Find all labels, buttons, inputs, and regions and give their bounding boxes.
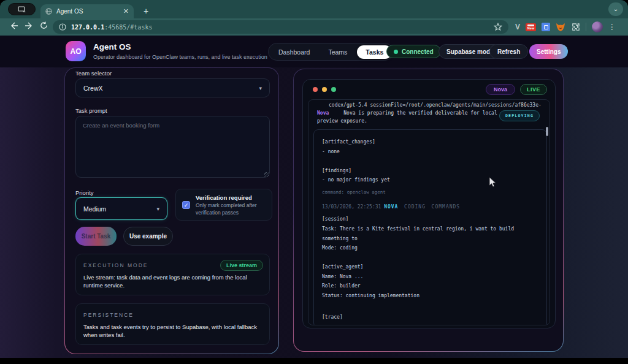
bottom-black-strip (0, 358, 628, 364)
tab-close-icon[interactable]: ✕ (123, 8, 129, 15)
team-selector-value: CrewX (83, 85, 103, 92)
session-file-line: codex/gpt-5.4 sessionFile=/root/.opencla… (308, 102, 550, 108)
command-line: command: openclaw agent (322, 188, 539, 197)
terminal-card: Nova LIVE codex/gpt-5.4 sessionFile=/roo… (302, 79, 556, 328)
app-title: Agent OS (93, 42, 131, 51)
execution-mode-body: Live stream: task data and event logs ar… (83, 273, 267, 289)
terminal-badges: Nova LIVE (486, 84, 547, 95)
profile-avatar[interactable] (592, 21, 603, 32)
log-line: Role: builder (322, 281, 539, 291)
priority-value: Medium (83, 205, 106, 213)
browser-tab-agent-os[interactable]: Agent OS ✕ (40, 4, 134, 18)
forward-button[interactable] (23, 21, 34, 32)
team-selector-dropdown[interactable]: CrewX ▾ (75, 78, 270, 97)
window-controls-button[interactable] (8, 3, 36, 15)
verification-checkbox[interactable]: ✓ (182, 201, 190, 209)
window-dots (313, 87, 336, 92)
connected-label: Connected (402, 48, 434, 55)
persistence-label: PERSISTENCE (83, 312, 134, 318)
app-header: AO Agent OS Operator dashboard for OpenC… (0, 36, 628, 67)
log-line: - no major findings yet (322, 175, 539, 185)
live-log-panel: Nova LIVE codex/gpt-5.4 sessionFile=/roo… (293, 69, 564, 352)
nav-teams[interactable]: Teams (320, 45, 356, 59)
nav-dashboard[interactable]: Dashboard (270, 45, 318, 59)
agent-status-line: NovaNova is preparing the verified deliv… (317, 110, 521, 125)
log-line: [active_agent] (322, 262, 539, 272)
timestamp-agent: NOVA (384, 204, 398, 210)
chevron-down-icon: ▾ (259, 85, 262, 91)
team-selector-label: Team selector (75, 70, 112, 77)
green-dot-icon (331, 87, 336, 92)
execution-mode-label: EXECUTION MODE (83, 262, 148, 268)
blue-extension-icon[interactable] (542, 23, 550, 31)
log-line: - none (322, 147, 539, 157)
extensions-puzzle-icon[interactable] (571, 23, 580, 32)
log-line: [findings] (322, 166, 539, 176)
settings-button[interactable]: Settings (529, 44, 568, 59)
use-example-button[interactable]: Use example (123, 227, 173, 246)
agent-name-badge: Nova (486, 84, 515, 95)
tab-search-chevron-button[interactable]: ⌄ (608, 2, 623, 16)
main-nav: Dashboard Teams Tasks (268, 43, 394, 61)
log-line: Mode: coding (322, 243, 539, 253)
browser-window: Agent OS ✕ + ⌄ 127.0.0.1:45685/#tasks (0, 0, 628, 358)
log-line: Task: There is a Kite festival in centra… (322, 224, 539, 234)
verification-card: ✓ Verification required Only mark comple… (175, 189, 272, 221)
fox-extension-icon[interactable] (556, 23, 565, 32)
screenshot-root: Agent OS ✕ + ⌄ 127.0.0.1:45685/#tasks (0, 0, 628, 364)
log-scroll-area: codex/gpt-5.4 sessionFile=/root/.opencla… (308, 99, 550, 325)
live-stream-badge: Live stream (220, 260, 263, 271)
address-bar[interactable]: 127.0.0.1:45685/#tasks (53, 20, 508, 34)
tab-title: Agent OS (56, 8, 119, 15)
resize-grip-icon[interactable] (264, 172, 269, 177)
start-task-button[interactable]: Start Task (75, 227, 117, 246)
url-text: 127.0.0.1:45685/#tasks (71, 24, 152, 31)
app-page: AO Agent OS Operator dashboard for OpenC… (0, 36, 628, 358)
log-entry-box: [artifact_changes] - none [findings] - n… (313, 129, 547, 325)
new-tab-button[interactable]: + (140, 5, 152, 17)
url-host: 127.0.0.1 (71, 24, 104, 31)
app-logo: AO (66, 41, 86, 61)
mouse-cursor (489, 176, 497, 188)
yellow-dot-icon (322, 87, 327, 92)
timestamp-tag: COMMANDS (432, 204, 461, 210)
persistence-body: Tasks and task events try to persist to … (83, 323, 267, 339)
url-path: :45685/#tasks (104, 24, 152, 31)
timestamp: 13/03/2026, 22:25:31 (322, 204, 381, 210)
browser-menu-icon[interactable]: ⋮ (608, 24, 616, 30)
bookmark-star-icon[interactable] (494, 23, 502, 31)
execution-mode-card: EXECUTION MODE Live stream Live stream: … (75, 254, 270, 295)
log-line: [session] (322, 214, 539, 224)
deploying-badge: DEPLOYING (499, 110, 540, 121)
toolbar-separator (586, 23, 586, 31)
log-line: something to (322, 234, 539, 244)
site-info-icon[interactable] (59, 23, 66, 31)
refresh-button[interactable]: Refresh (489, 44, 528, 59)
task-form-panel: Team selector CrewX ▾ Task prompt Priori… (64, 67, 279, 354)
priority-label: Priority (75, 189, 94, 196)
task-prompt-label: Task prompt (75, 107, 107, 114)
back-button[interactable] (9, 21, 20, 32)
connected-status-badge[interactable]: Connected (386, 45, 441, 58)
chevron-down-icon: ▾ (156, 206, 159, 212)
extensions-row: V New ⋮ (515, 20, 616, 34)
task-prompt-input[interactable] (75, 116, 270, 178)
verification-description: Only mark completed after verification p… (196, 202, 268, 216)
reload-button[interactable] (38, 21, 49, 32)
display-icon (17, 6, 27, 13)
globe-favicon-icon (45, 8, 52, 15)
log-line: Status: continuing implementation (322, 291, 539, 301)
red-dot-icon (313, 87, 318, 92)
persistence-card: PERSISTENCE Tasks and task events try to… (75, 303, 270, 345)
browser-tabstrip: Agent OS ✕ + ⌄ (0, 0, 628, 18)
scrollbar-thumb[interactable] (546, 127, 548, 136)
agent-status-text: Nova is preparing the verified deliverab… (317, 110, 497, 124)
new-badge-extension-icon[interactable]: New (526, 23, 536, 31)
live-badge: LIVE (520, 84, 547, 95)
log-line: [artifact_changes] (322, 137, 539, 147)
v-extension-icon[interactable]: V (515, 23, 520, 31)
timestamp-line: 13/03/2026, 22:25:31 NOVA CODING COMMAND… (322, 202, 539, 212)
log-line: [trace] (322, 313, 539, 322)
connected-dot-icon (394, 50, 398, 54)
priority-dropdown[interactable]: Medium ▾ (75, 197, 167, 220)
